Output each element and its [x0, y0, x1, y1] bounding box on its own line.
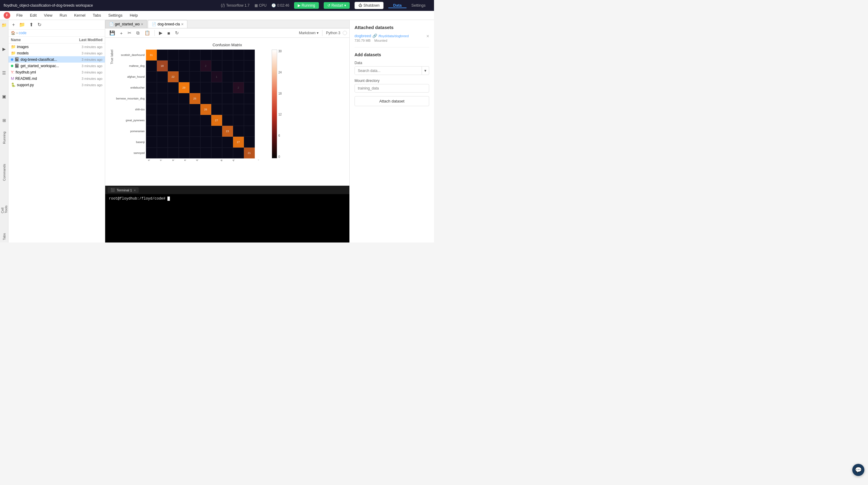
copy-button[interactable]: ⧉ [134, 30, 142, 36]
matrix-cell [222, 50, 233, 60]
refresh-button[interactable]: ↻ [36, 21, 42, 28]
new-folder-button[interactable]: 📁 [18, 21, 26, 28]
data-label: Data [354, 61, 429, 65]
matrix-cell [222, 60, 233, 71]
tab-dog-breed[interactable]: 📄 dog-breed-cla × [148, 20, 187, 28]
matrix-cell [233, 104, 244, 115]
menubar: F File Edit View Run Kernel Tabs Setting… [0, 11, 434, 20]
tab-settings[interactable]: Settings [406, 3, 430, 8]
attach-dataset-button[interactable]: Attach dataset [354, 96, 429, 106]
matrix-cell [168, 104, 179, 115]
matrix-cell [146, 60, 157, 71]
list-item[interactable]: M README.md 3 minutes ago [8, 75, 105, 82]
matrix-cell [200, 148, 211, 158]
active-dot [11, 58, 13, 61]
new-file-button[interactable]: + [11, 22, 16, 28]
running-button[interactable]: ▶ Running [294, 2, 319, 9]
notebook-area: 📄 get_started_wo × 📄 dog-breed-cla × 💾 +… [105, 20, 349, 243]
cut-button[interactable]: ✂ [126, 30, 133, 36]
menu-edit[interactable]: Edit [29, 12, 38, 18]
close-tab-dog-breed[interactable]: × [181, 22, 183, 26]
matrix-cell [222, 82, 233, 93]
matrix-cell [179, 137, 189, 148]
tab-get-started[interactable]: 📄 get_started_wo × [105, 20, 147, 28]
list-item[interactable]: Y: floydhub.yml 3 minutes ago [8, 69, 105, 75]
logo: F [4, 12, 10, 19]
list-item[interactable]: 🐍 support.py 3 minutes ago [8, 82, 105, 88]
matrix-cell: 22 [168, 71, 179, 82]
restart-button[interactable]: ↺ Restart ▾ [324, 2, 350, 9]
right-panel: Attached datasets dogbreed 🔗 /floyd/data… [349, 20, 434, 243]
search-data-input[interactable] [355, 66, 422, 75]
cell-type-dropdown[interactable]: Markdown ▾ [299, 31, 318, 35]
menu-tabs[interactable]: Tabs [92, 12, 102, 18]
stop-button[interactable]: ■ [166, 30, 172, 36]
menu-view[interactable]: View [42, 12, 54, 18]
save-button[interactable]: 💾 [107, 30, 117, 36]
dataset-path[interactable]: /floyd/data/dogbreed [378, 34, 409, 38]
sidebar-item-tabs[interactable]: ⊞ [1, 118, 7, 123]
matrix-cell [211, 137, 222, 148]
search-dropdown-button[interactable]: ▾ [422, 66, 429, 75]
menu-file[interactable]: File [15, 12, 24, 18]
matrix-cell: 1 [211, 71, 222, 82]
matrix-cell [222, 148, 233, 158]
kernel-name: Python 3 [326, 31, 340, 35]
matrix-cell [233, 60, 244, 71]
matrix-cell: 26 [200, 104, 211, 115]
tab-data[interactable]: Data [389, 3, 406, 8]
menu-settings[interactable]: Settings [107, 12, 124, 18]
shutdown-button[interactable]: ⏻ Shutdown [354, 2, 383, 9]
matrix-cell [179, 50, 189, 60]
commands-label: Commands [1, 161, 7, 183]
matrix-cell [244, 93, 255, 104]
remove-dataset-button[interactable]: × [427, 34, 429, 39]
menu-kernel[interactable]: Kernel [73, 12, 87, 18]
file-header: Name Last Modified [8, 37, 105, 43]
y-axis-label: True label [110, 50, 114, 83]
matrix-cell: 29 [179, 82, 189, 93]
mount-directory-input[interactable] [354, 84, 429, 93]
matrix-cell [157, 82, 168, 93]
upload-button[interactable]: ⬆ [28, 21, 34, 28]
matrix-cell: 23 [222, 126, 233, 137]
close-terminal-button[interactable]: × [134, 188, 136, 192]
sidebar-item-cell-tools[interactable]: ▣ [1, 94, 7, 99]
sidebar-item-running[interactable]: ▶ [1, 46, 7, 52]
notebook-content: Confusion MatrixTrue labelscottish_deerh… [105, 38, 349, 186]
run-button[interactable]: ▶ [157, 30, 164, 36]
timer-badge: 🕐 0:02:46 [271, 3, 289, 7]
list-item[interactable]: 📓 dog-breed-classificat... 3 minutes ago [8, 56, 105, 63]
row-label: scottish_deerhound [116, 50, 145, 60]
kernel-select[interactable]: Markdown ▾ Python 3 [299, 30, 347, 36]
matrix-cell [233, 93, 244, 104]
list-item[interactable]: 📓 get_started_workspac... 3 minutes ago [8, 63, 105, 69]
matrix-cell [189, 115, 200, 126]
dataset-item: dogbreed 🔗 /floyd/data/dogbreed 730.79 M… [354, 34, 429, 42]
close-tab-get-started[interactable]: × [141, 22, 143, 26]
sidebar-item-commands[interactable]: ☰ [1, 70, 7, 75]
matrix-cell [146, 104, 157, 115]
menu-run[interactable]: Run [58, 12, 68, 18]
add-cell-button[interactable]: + [118, 30, 125, 36]
matrix-cell [189, 71, 200, 82]
terminal-tab-1[interactable]: ⬛ Terminal 1 × [107, 187, 139, 193]
notebook-icon: 📓 [14, 63, 19, 68]
matrix-cell [157, 148, 168, 158]
restart-kernel-button[interactable]: ↻ [173, 30, 181, 36]
list-item[interactable]: 📁 models 3 minutes ago [8, 50, 105, 56]
running-dot [11, 65, 13, 67]
path-code[interactable]: code [19, 31, 27, 35]
paste-button[interactable]: 📋 [143, 30, 152, 36]
list-item[interactable]: 📁 images 3 minutes ago [8, 43, 105, 50]
matrix-cell [211, 93, 222, 104]
matrix-cell [146, 148, 157, 158]
menu-help[interactable]: Help [128, 12, 139, 18]
sidebar-item-files[interactable]: 📁 [1, 22, 7, 28]
matrix-cell [168, 60, 179, 71]
terminal-content[interactable]: root@floydhub:/floyd/code# [105, 194, 349, 243]
matrix-cell [211, 50, 222, 60]
matrix-cell [168, 126, 179, 137]
dataset-name[interactable]: dogbreed 🔗 /floyd/data/dogbreed [354, 34, 409, 38]
notebook-icon: 📄 [152, 22, 156, 26]
